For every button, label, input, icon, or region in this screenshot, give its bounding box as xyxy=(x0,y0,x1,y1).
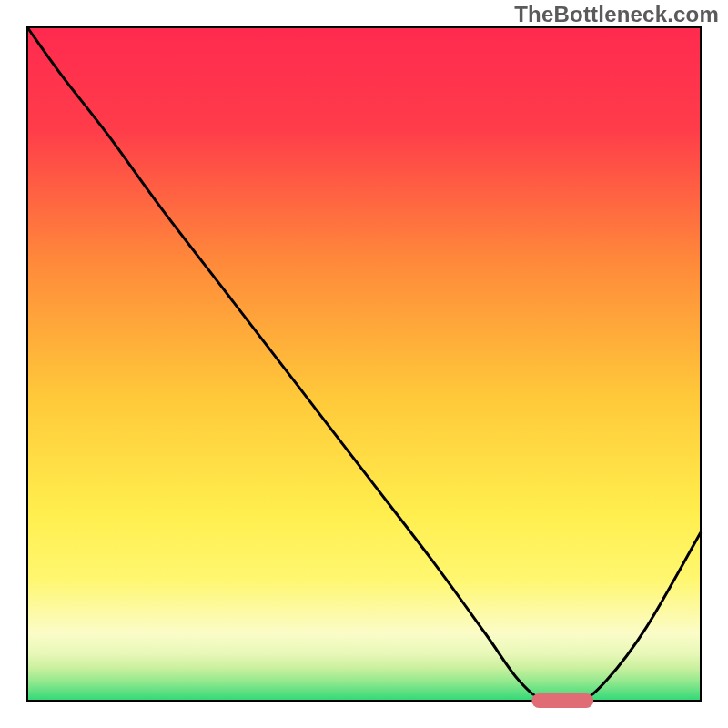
chart-container: TheBottleneck.com xyxy=(0,0,728,728)
chart-background xyxy=(27,27,701,701)
watermark-text: TheBottleneck.com xyxy=(514,2,719,27)
chart-svg xyxy=(0,0,728,728)
